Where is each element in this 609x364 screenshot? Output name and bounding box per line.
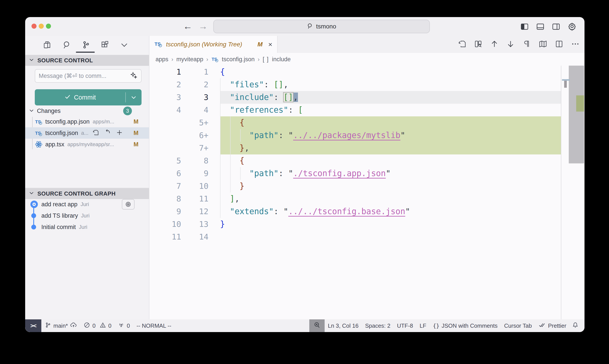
code-line[interactable]: 1114: [149, 231, 584, 243]
eol-indicator[interactable]: LF: [416, 319, 429, 332]
code-line[interactable]: 7+ },: [149, 142, 584, 155]
commit-author: Juri: [80, 201, 89, 207]
back-button[interactable]: ←: [182, 20, 193, 32]
code-line[interactable]: 22 "files": [],: [149, 78, 584, 91]
goto-commit-target-button[interactable]: [122, 199, 135, 209]
original-line-number: 9: [149, 205, 181, 218]
source-control-icon[interactable]: [81, 40, 91, 50]
commit-author: Juri: [79, 224, 88, 230]
inline-view-icon[interactable]: [474, 39, 482, 49]
split-editor-icon[interactable]: [555, 39, 563, 49]
breadcrumb-include[interactable]: include: [272, 56, 291, 63]
map-icon[interactable]: [539, 39, 547, 49]
tab-tsconfig-working-tree[interactable]: TS tsconfig.json (Working Tree) M ×: [149, 36, 278, 53]
commit-button[interactable]: Commit: [35, 89, 142, 105]
line-content: "references": [: [220, 104, 561, 116]
code-token: :: [288, 105, 298, 115]
language-mode-indicator[interactable]: {} JSON with Comments: [430, 319, 501, 332]
breadcrumb-myviteapp[interactable]: myviteapp: [176, 56, 203, 63]
code-token: [220, 156, 240, 165]
code-line[interactable]: 33 "include": [],: [149, 91, 584, 104]
modified-line-number: 8: [181, 155, 208, 167]
code-line[interactable]: 1013}: [149, 218, 584, 231]
commit-message-input[interactable]: Message (⌘⏎ to comm...: [35, 69, 142, 83]
close-window-button[interactable]: [31, 24, 37, 29]
code-token: [: [298, 105, 303, 115]
modified-line-number: 13: [181, 218, 208, 231]
breadcrumb-apps[interactable]: apps: [155, 56, 168, 63]
more-actions-icon[interactable]: [571, 39, 580, 49]
change-row-app-tsx[interactable]: app.tsx apps/myviteapp/sr... M: [25, 139, 149, 150]
breadcrumb-separator: ›: [206, 56, 208, 63]
change-row-tsconfig-app[interactable]: TS tsconfig.app.json apps/m... M: [25, 116, 149, 127]
settings-gear-icon[interactable]: [568, 22, 577, 31]
notifications-bell[interactable]: [569, 319, 584, 332]
search-value: tsmono: [316, 23, 336, 30]
open-file-icon[interactable]: [92, 129, 99, 137]
toggle-secondary-sidebar-icon[interactable]: [552, 22, 560, 31]
discard-changes-icon[interactable]: [104, 129, 111, 137]
minimap-slider[interactable]: [569, 66, 584, 163]
open-file-icon[interactable]: [458, 39, 466, 49]
code-line[interactable]: 69 "path": "./tsconfig.app.json": [149, 167, 584, 180]
commit-dropdown-chevron-icon[interactable]: [126, 94, 142, 101]
command-center-search[interactable]: tsmono: [213, 20, 430, 33]
stage-changes-icon[interactable]: [116, 129, 123, 137]
code-area[interactable]: 11{22 "files": [],33 "include": [],44 "r…: [149, 66, 584, 319]
zoom-indicator[interactable]: [309, 319, 325, 332]
tab-bar: TS tsconfig.json (Working Tree) M ×: [149, 36, 584, 53]
indentation-indicator[interactable]: Spaces: 2: [362, 319, 394, 332]
code-token: ,: [235, 194, 240, 203]
ports-count: 0: [127, 323, 130, 329]
code-line[interactable]: 58 {: [149, 155, 584, 167]
minimize-window-button[interactable]: [39, 24, 44, 29]
forward-button[interactable]: →: [197, 20, 208, 32]
code-token: :: [274, 207, 284, 216]
change-row-tsconfig[interactable]: TS tsconfig.json a... M: [25, 127, 149, 139]
code-line[interactable]: 6+ "path": "../../packages/mytslib": [149, 129, 584, 142]
encoding-indicator[interactable]: UTF-8: [394, 319, 416, 332]
explorer-icon[interactable]: [42, 40, 52, 50]
search-view-icon[interactable]: [62, 40, 72, 50]
whitespace-pilcrow-icon[interactable]: [522, 39, 531, 49]
line-content: {: [220, 155, 561, 167]
commit-row-1[interactable]: add react app Juri: [25, 199, 149, 210]
source-control-section-header[interactable]: SOURCE CONTROL: [25, 55, 149, 66]
code-line[interactable]: 710 }: [149, 180, 584, 193]
indent-guide: [240, 129, 241, 142]
changes-header[interactable]: Changes 3: [25, 106, 149, 116]
remote-indicator[interactable]: ><: [25, 319, 41, 332]
toggle-primary-sidebar-icon[interactable]: [520, 22, 529, 31]
code-line[interactable]: 44 "references": [: [149, 104, 584, 116]
tab-close-icon[interactable]: ×: [268, 40, 272, 49]
previous-change-icon[interactable]: [490, 39, 499, 49]
breadcrumb-tsconfig-json[interactable]: tsconfig.json: [222, 56, 255, 63]
next-change-icon[interactable]: [506, 39, 515, 49]
commit-row-2[interactable]: add TS library Juri: [25, 210, 149, 221]
code-token: [220, 118, 240, 127]
code-line[interactable]: 912 "extends": "../../tsconfig.base.json…: [149, 205, 584, 218]
commit-row-3[interactable]: Initial commit Juri: [25, 221, 149, 233]
indent-guide: [230, 180, 231, 193]
modified-line-number: 1: [181, 66, 208, 78]
tab-label: tsconfig.json (Working Tree): [166, 41, 242, 48]
code-line[interactable]: 5+ {: [149, 116, 584, 129]
branch-indicator[interactable]: main*: [41, 319, 80, 332]
code-token: :: [274, 92, 284, 102]
formatter-indicator[interactable]: Prettier: [535, 319, 569, 332]
toggle-panel-icon[interactable]: [536, 22, 545, 31]
source-control-graph-header[interactable]: SOURCE CONTROL GRAPH: [25, 188, 149, 199]
commit-author: Juri: [81, 213, 90, 219]
vim-mode-indicator[interactable]: -- NORMAL --: [133, 319, 175, 332]
sparkle-ai-icon[interactable]: [130, 72, 138, 80]
cursor-tab-indicator[interactable]: Cursor Tab: [501, 319, 535, 332]
problems-indicator[interactable]: 0 0: [80, 319, 115, 332]
ports-indicator[interactable]: 0: [115, 319, 133, 332]
code-line[interactable]: 811 ],: [149, 193, 584, 205]
cursor-position-indicator[interactable]: Ln 3, Col 16: [325, 319, 362, 332]
zoom-window-button[interactable]: [46, 24, 51, 29]
extensions-icon[interactable]: [100, 40, 110, 50]
code-token: :: [278, 169, 288, 178]
more-views-chevron-icon[interactable]: [119, 40, 129, 50]
code-line[interactable]: 11{: [149, 66, 584, 78]
